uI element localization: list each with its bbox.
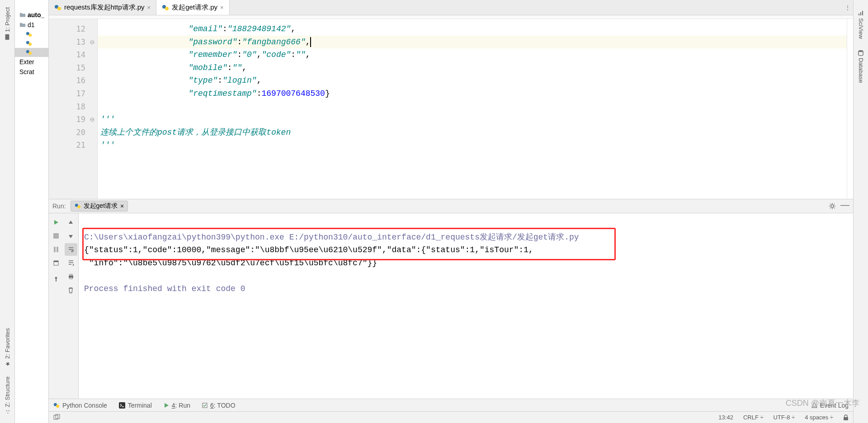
softwrap-button[interactable] xyxy=(65,243,77,256)
svg-point-8 xyxy=(57,7,61,10)
run-tab[interactable]: 4: Run xyxy=(164,402,190,409)
run-toolbar xyxy=(49,213,79,399)
editor-tabs-bar: requests库发起http请求.py × 发起get请求.py × ⋮ xyxy=(49,0,853,15)
svg-point-2 xyxy=(28,33,32,37)
terminal-tab[interactable]: Terminal xyxy=(119,402,152,409)
project-tool-tab[interactable]: 1: Project xyxy=(3,3,12,45)
gear-icon[interactable] xyxy=(829,202,836,210)
close-icon[interactable]: × xyxy=(120,202,124,210)
file-tab-1[interactable]: 发起get请求.py × xyxy=(156,0,229,15)
status-time: 13:42 xyxy=(718,414,733,421)
left-tool-stripe: 1: Project ★2: Favorites ⛬Z: Structure xyxy=(0,0,15,423)
minimize-icon[interactable]: — xyxy=(840,202,849,210)
status-lock-icon[interactable] xyxy=(843,414,849,421)
svg-point-4 xyxy=(28,42,32,46)
event-log-tab[interactable]: Event Log xyxy=(811,402,849,409)
dump-button[interactable] xyxy=(50,257,62,269)
console-exit: Process finished with exit code 0 xyxy=(84,284,245,293)
down-button[interactable] xyxy=(65,230,77,242)
status-line-sep[interactable]: CRLF ÷ xyxy=(743,414,764,421)
project-dir-d1[interactable]: d1 xyxy=(15,20,48,30)
file-tab-label: requests库发起http请求.py xyxy=(64,3,145,12)
svg-rect-28 xyxy=(844,417,848,420)
run-header-label: Run: xyxy=(52,202,66,210)
todo-tab[interactable]: 6: TODO xyxy=(202,402,236,409)
favorites-tool-tab[interactable]: ★2: Favorites xyxy=(3,324,12,372)
file-tab-0[interactable]: requests库发起http请求.py × xyxy=(49,0,156,15)
right-tool-stripe: SciView Database xyxy=(853,0,868,423)
project-file-3[interactable] xyxy=(15,48,48,57)
svg-rect-20 xyxy=(70,274,72,276)
svg-point-12 xyxy=(77,205,80,208)
svg-rect-30 xyxy=(860,12,861,15)
run-config-tab[interactable]: 发起get请求 × xyxy=(71,201,128,212)
file-tab-label: 发起get请求.py xyxy=(172,3,217,12)
scroll-end-button[interactable] xyxy=(65,257,77,269)
project-file-2[interactable] xyxy=(15,39,48,48)
svg-point-32 xyxy=(859,50,863,52)
svg-point-13 xyxy=(831,205,834,207)
stop-button[interactable] xyxy=(50,230,62,242)
editor-code[interactable]: "email":"18829489142", "password":"fangb… xyxy=(98,19,847,199)
svg-rect-29 xyxy=(859,14,859,15)
svg-rect-31 xyxy=(862,11,863,15)
close-icon[interactable]: × xyxy=(220,4,224,11)
rerun-button[interactable] xyxy=(50,216,62,229)
status-bar: 13:42 CRLF ÷ UTF-8 ÷ 4 spaces ÷ xyxy=(49,411,853,423)
project-root[interactable]: auto_ xyxy=(15,10,48,20)
svg-rect-18 xyxy=(54,261,58,262)
project-pane[interactable]: auto_ d1 Exter Scrat xyxy=(15,0,49,423)
error-stripe[interactable] xyxy=(847,19,853,199)
editor-gutter: 12⊖131415161718⊖192021 xyxy=(49,19,98,199)
print-button[interactable] xyxy=(65,270,77,283)
tabs-more-icon[interactable]: ⋮ xyxy=(842,0,853,15)
svg-rect-16 xyxy=(57,247,58,252)
svg-rect-21 xyxy=(70,277,72,279)
project-file-1[interactable] xyxy=(15,30,48,39)
status-encoding[interactable]: UTF-8 ÷ xyxy=(774,414,795,421)
status-overlay-icon[interactable] xyxy=(53,414,60,421)
python-console-tab[interactable]: Python Console xyxy=(53,402,107,409)
database-tool-tab[interactable]: Database xyxy=(857,44,865,89)
bottom-tool-tabs: Python Console Terminal 4: Run 6: TODO E… xyxy=(49,399,853,411)
close-icon[interactable]: × xyxy=(147,4,151,11)
sciview-tool-tab[interactable]: SciView xyxy=(857,5,865,44)
scratches[interactable]: Scrat xyxy=(15,67,48,77)
svg-point-6 xyxy=(28,52,32,55)
svg-rect-24 xyxy=(119,402,125,409)
code-editor[interactable]: 12⊖131415161718⊖192021 "email":"18829489… xyxy=(49,19,853,199)
console-output-l1: {"status":1,"code":10000,"message":"\u8b… xyxy=(84,245,533,254)
run-tool-header: Run: 发起get请求 × — xyxy=(49,199,853,213)
svg-point-23 xyxy=(56,404,59,408)
run-tool-window: C:\Users\xiaofangzai\python399\python.ex… xyxy=(49,213,853,399)
breadcrumb xyxy=(49,15,853,19)
svg-rect-15 xyxy=(54,247,56,252)
svg-rect-14 xyxy=(53,233,59,239)
trash-button[interactable] xyxy=(65,284,77,296)
svg-point-10 xyxy=(165,7,169,10)
run-console[interactable]: C:\Users\xiaofangzai\python399\python.ex… xyxy=(79,213,853,399)
console-cmd-path: C:\Users\xiaofangzai\python399\python.ex… xyxy=(84,233,579,242)
pin-icon[interactable] xyxy=(50,273,62,286)
pause-button[interactable] xyxy=(50,243,62,256)
status-indent[interactable]: 4 spaces ÷ xyxy=(805,414,833,421)
structure-tool-tab[interactable]: ⛬Z: Structure xyxy=(3,372,12,419)
external-libs[interactable]: Exter xyxy=(15,57,48,67)
console-output-l2: "info":"\u8be5\u9875\u9762\u5df2\u7ecf\u… xyxy=(84,258,377,268)
svg-rect-0 xyxy=(5,34,9,40)
up-button[interactable] xyxy=(65,216,77,229)
